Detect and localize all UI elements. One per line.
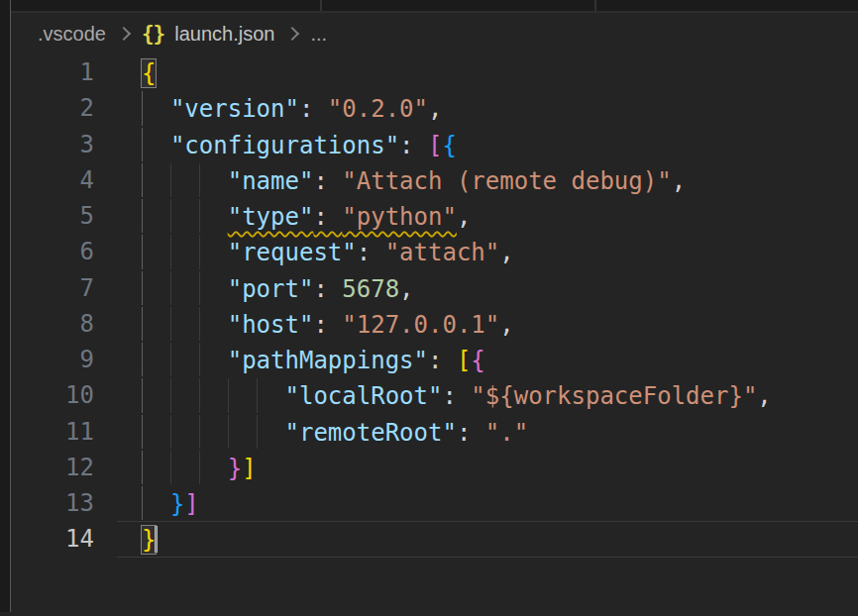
json-file-icon: {}	[142, 22, 164, 46]
code-token: :	[313, 311, 342, 339]
line-number[interactable]: 10	[11, 377, 117, 413]
code-token: }	[170, 490, 184, 518]
code-line[interactable]: 5 "type": "python",	[11, 198, 858, 234]
code-token: "attach"	[385, 239, 500, 266]
code-token: "name"	[228, 167, 314, 195]
editor-tab[interactable]	[322, 0, 594, 11]
chevron-right-icon	[285, 27, 299, 41]
window-sash[interactable]	[0, 0, 11, 612]
code-line[interactable]: 3 "configurations": [{	[11, 127, 858, 162]
code-line-content[interactable]: "port": 5678,	[117, 270, 858, 306]
code-token: ,	[499, 239, 513, 266]
code-lines[interactable]: 1{2 "version": "0.2.0",3 "configurations…	[11, 54, 858, 558]
code-token: 5678	[342, 275, 399, 303]
code-line[interactable]: 1{	[11, 54, 858, 90]
code-token: "."	[485, 419, 528, 447]
code-line-content[interactable]: "localRoot": "${workspaceFolder}",	[117, 377, 858, 413]
code-token: [	[457, 347, 471, 374]
code-line-content[interactable]: "host": "127.0.0.1",	[117, 306, 858, 342]
line-number[interactable]: 3	[11, 127, 117, 162]
code-token: {	[471, 347, 484, 374]
code-line-content[interactable]: "configurations": [{	[117, 127, 858, 162]
line-number[interactable]: 4	[11, 162, 117, 198]
code-token: ,	[399, 275, 413, 303]
code-token: ,	[428, 95, 442, 123]
code-line[interactable]: 4 "name": "Attach (remote debug)",	[11, 162, 858, 198]
code-token: :	[442, 382, 471, 410]
code-token: {	[442, 132, 456, 159]
line-number[interactable]: 8	[11, 306, 117, 342]
code-token: :	[399, 132, 428, 159]
line-number[interactable]: 9	[11, 342, 117, 377]
code-token: ]	[184, 490, 198, 518]
code-token: "request"	[228, 239, 357, 266]
vscode-editor-window: .vscode {} launch.json ... 1{2 "version"…	[0, 0, 858, 616]
code-line-content[interactable]: }]	[117, 485, 858, 521]
code-line[interactable]: 9 "pathMappings": [{	[11, 342, 858, 377]
code-line[interactable]: 2 "version": "0.2.0",	[11, 90, 858, 126]
code-line-content[interactable]: "name": "Attach (remote debug)",	[117, 162, 858, 198]
code-token: :	[299, 95, 328, 123]
code-token: "version"	[170, 95, 299, 123]
code-token: "host"	[228, 311, 314, 339]
code-token: [	[428, 132, 442, 159]
code-line[interactable]: 14}	[11, 521, 858, 557]
code-line[interactable]: 13 }]	[11, 485, 858, 521]
code-line[interactable]: 8 "host": "127.0.0.1",	[11, 306, 858, 342]
line-number[interactable]: 2	[11, 90, 117, 126]
code-line-content[interactable]: }	[117, 521, 858, 557]
code-token: :	[457, 419, 485, 447]
code-line[interactable]: 10 "localRoot": "${workspaceFolder}",	[11, 377, 858, 413]
matched-bracket: }	[142, 526, 156, 554]
code-token: :	[357, 239, 385, 266]
code-token: "port"	[228, 275, 314, 303]
line-number[interactable]: 11	[11, 414, 117, 450]
code-line[interactable]: 7 "port": 5678,	[11, 270, 858, 306]
line-number[interactable]: 6	[11, 234, 117, 269]
editor-tab[interactable]	[11, 0, 320, 11]
code-token: "remoteRoot"	[285, 419, 457, 447]
breadcrumb-symbol-ellipsis[interactable]: ...	[310, 23, 327, 46]
code-token: "type"	[228, 203, 314, 231]
code-line-content[interactable]: }]	[117, 450, 858, 485]
code-line-content[interactable]: "request": "attach",	[117, 234, 858, 269]
code-token: :	[313, 203, 342, 231]
line-number[interactable]: 1	[11, 54, 117, 90]
code-token: "configurations"	[170, 132, 399, 159]
line-number[interactable]: 13	[11, 485, 117, 521]
chevron-right-icon	[117, 27, 131, 41]
code-token: "python"	[342, 203, 457, 231]
tab-strip	[11, 0, 858, 13]
code-token: :	[428, 347, 457, 374]
editor-tab[interactable]	[596, 0, 858, 11]
code-token: "Attach (remote debug)"	[342, 167, 671, 195]
breadcrumb-file[interactable]: launch.json	[174, 23, 274, 46]
text-cursor	[155, 526, 158, 553]
code-token: :	[313, 167, 342, 195]
code-line-content[interactable]: "type": "python",	[117, 198, 858, 234]
code-token: "127.0.0.1"	[342, 311, 499, 339]
code-line[interactable]: 12 }]	[11, 450, 858, 485]
code-token: "localRoot"	[285, 382, 443, 410]
warning-squiggle: "type": "python"	[228, 203, 457, 231]
line-number[interactable]: 14	[11, 521, 117, 557]
code-line-content[interactable]: "pathMappings": [{	[117, 342, 858, 377]
code-token: "${workspaceFolder}"	[471, 382, 757, 410]
code-token: ,	[672, 167, 686, 195]
code-line[interactable]: 6 "request": "attach",	[11, 234, 858, 269]
code-line-content[interactable]: "remoteRoot": "."	[117, 414, 858, 450]
breadcrumb-folder[interactable]: .vscode	[38, 23, 106, 46]
code-token: "pathMappings"	[228, 347, 428, 374]
code-line-content[interactable]: "version": "0.2.0",	[117, 90, 858, 126]
line-number[interactable]: 12	[11, 450, 117, 485]
code-line[interactable]: 11 "remoteRoot": "."	[11, 414, 858, 450]
code-token: }	[228, 455, 242, 482]
code-token: ,	[457, 203, 471, 231]
code-line-content[interactable]: {	[117, 54, 858, 90]
code-token: ]	[242, 455, 256, 482]
line-number[interactable]: 5	[11, 198, 117, 234]
code-token: ,	[757, 382, 771, 410]
code-token: :	[313, 275, 342, 303]
code-token: "0.2.0"	[328, 95, 428, 123]
line-number[interactable]: 7	[11, 270, 117, 306]
